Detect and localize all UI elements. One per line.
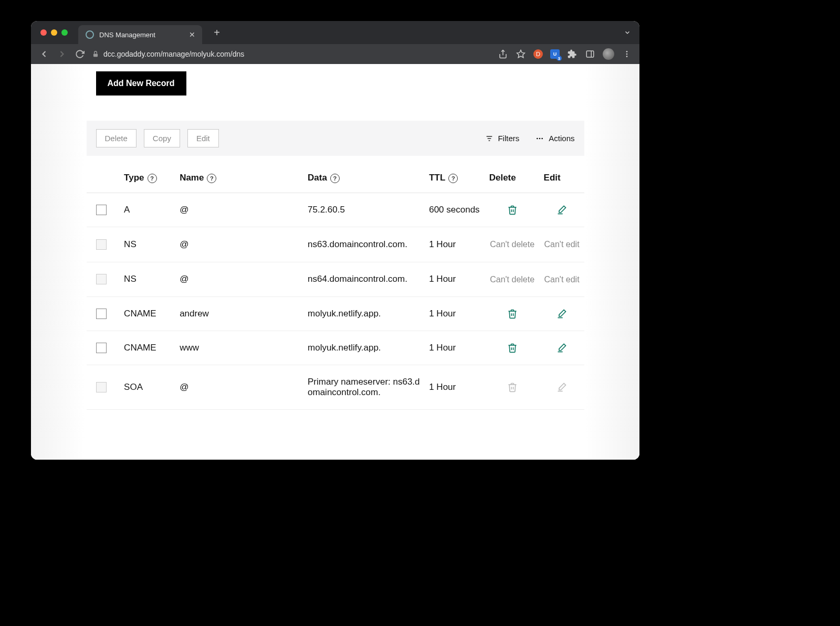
cant-delete-label: Can't delete — [489, 239, 536, 250]
help-icon[interactable]: ? — [330, 174, 340, 183]
record-ttl: 1 Hour — [425, 365, 485, 410]
records-toolbar: Delete Copy Edit Filters — [87, 121, 584, 156]
window-close-button[interactable] — [40, 29, 47, 36]
titlebar: DNS Management ✕ + — [31, 21, 639, 44]
back-button[interactable] — [38, 48, 50, 60]
cant-edit-label: Can't edit — [544, 239, 580, 250]
delete-button[interactable]: Delete — [96, 129, 136, 147]
actions-label: Actions — [549, 134, 574, 143]
add-new-record-button[interactable]: Add New Record — [96, 71, 186, 96]
delete-row-button[interactable] — [489, 309, 536, 319]
copy-button[interactable]: Copy — [144, 129, 180, 147]
record-data: molyuk.netlify.app. — [303, 297, 425, 331]
record-data: 75.2.60.5 — [303, 193, 425, 227]
record-data: Primary nameserver: ns63.domaincontrol.c… — [303, 365, 425, 410]
url-text: dcc.godaddy.com/manage/molyuk.com/dns — [103, 50, 244, 58]
svg-point-13 — [542, 137, 543, 139]
cant-delete-label: Can't delete — [489, 274, 536, 285]
tab-favicon-icon — [86, 30, 94, 39]
record-name: @ — [175, 365, 303, 410]
forward-button[interactable] — [56, 48, 68, 60]
help-icon[interactable]: ? — [448, 174, 458, 183]
svg-point-7 — [626, 56, 628, 57]
help-icon[interactable]: ? — [148, 174, 157, 183]
dns-records-table: Type? Name? Data? TTL? Delete Edit — [87, 165, 584, 410]
row-checkbox[interactable] — [96, 205, 107, 215]
col-header-ttl: TTL? — [425, 165, 485, 193]
extension-duckduckgo-icon[interactable]: D — [533, 49, 543, 59]
record-type: CNAME — [120, 297, 175, 331]
delete-row-button[interactable] — [489, 343, 536, 353]
help-icon[interactable]: ? — [207, 174, 216, 183]
filter-icon — [485, 134, 494, 143]
reload-button[interactable] — [74, 48, 86, 60]
svg-point-11 — [537, 137, 538, 139]
profile-avatar[interactable] — [603, 48, 614, 60]
record-ttl: 1 Hour — [425, 262, 485, 297]
col-header-type: Type? — [120, 165, 175, 193]
browser-tabs: DNS Management ✕ + — [78, 21, 224, 44]
record-data: molyuk.netlify.app. — [303, 331, 425, 365]
record-name: www — [175, 331, 303, 365]
row-checkbox — [96, 239, 107, 250]
more-icon — [535, 134, 544, 143]
traffic-lights — [31, 29, 68, 36]
filters-label: Filters — [498, 134, 519, 143]
filters-button[interactable]: Filters — [485, 134, 519, 143]
edit-row-button[interactable] — [544, 309, 580, 319]
extension-badge-icon[interactable]: U3 — [550, 49, 560, 59]
record-data: ns63.domaincontrol.com. — [303, 227, 425, 262]
record-data: ns64.domaincontrol.com. — [303, 262, 425, 297]
page-content: Add New Record Delete Copy Edit Filters — [31, 64, 639, 460]
browser-tab-active[interactable]: DNS Management ✕ — [78, 25, 202, 44]
tab-close-button[interactable]: ✕ — [187, 30, 197, 39]
svg-marker-2 — [517, 50, 525, 58]
address-bar-actions: D U3 — [498, 48, 632, 60]
address-bar: dcc.godaddy.com/manage/molyuk.com/dns D … — [31, 44, 639, 64]
record-type: NS — [120, 227, 175, 262]
svg-point-6 — [626, 54, 628, 55]
bookmark-star-icon[interactable] — [516, 49, 526, 59]
tab-title: DNS Management — [99, 31, 155, 39]
col-header-edit: Edit — [540, 165, 584, 193]
record-ttl: 1 Hour — [425, 297, 485, 331]
svg-rect-0 — [93, 54, 98, 57]
browser-window: DNS Management ✕ + dcc.godaddy.com/manag… — [31, 21, 639, 460]
row-checkbox[interactable] — [96, 309, 107, 319]
delete-row-button[interactable] — [489, 205, 536, 215]
record-name: andrew — [175, 297, 303, 331]
cant-edit-label: Can't edit — [544, 274, 580, 285]
edit-row-button[interactable] — [544, 343, 580, 353]
row-checkbox[interactable] — [96, 343, 107, 353]
new-tab-button[interactable]: + — [209, 25, 224, 40]
record-ttl: 1 Hour — [425, 331, 485, 365]
sidepanel-icon[interactable] — [585, 49, 595, 59]
svg-point-5 — [626, 51, 628, 52]
window-minimize-button[interactable] — [51, 29, 57, 36]
actions-button[interactable]: Actions — [535, 134, 574, 143]
share-icon[interactable] — [498, 49, 508, 59]
extensions-puzzle-icon[interactable] — [567, 49, 578, 59]
svg-point-12 — [539, 137, 541, 139]
table-row: A@75.2.60.5600 seconds — [87, 193, 584, 227]
record-name: @ — [175, 193, 303, 227]
edit-button[interactable]: Edit — [187, 129, 219, 147]
table-row: SOA@Primary nameserver: ns63.domaincontr… — [87, 365, 584, 410]
col-header-name: Name? — [175, 165, 303, 193]
kebab-menu-icon[interactable] — [622, 49, 632, 59]
record-type: CNAME — [120, 331, 175, 365]
row-checkbox — [96, 382, 107, 392]
window-zoom-button[interactable] — [61, 29, 68, 36]
edit-row-button[interactable] — [544, 205, 580, 215]
record-ttl: 1 Hour — [425, 227, 485, 262]
edit-row-button — [544, 382, 580, 392]
tabs-menu-chevron-icon[interactable] — [624, 29, 631, 36]
col-header-data: Data? — [303, 165, 425, 193]
col-header-delete: Delete — [485, 165, 540, 193]
table-row: NS@ns63.domaincontrol.com.1 HourCan't de… — [87, 227, 584, 262]
record-type: SOA — [120, 365, 175, 410]
record-type: A — [120, 193, 175, 227]
lock-icon — [92, 50, 99, 58]
table-row: CNAMEwwwmolyuk.netlify.app.1 Hour — [87, 331, 584, 365]
url-display[interactable]: dcc.godaddy.com/manage/molyuk.com/dns — [92, 50, 491, 58]
